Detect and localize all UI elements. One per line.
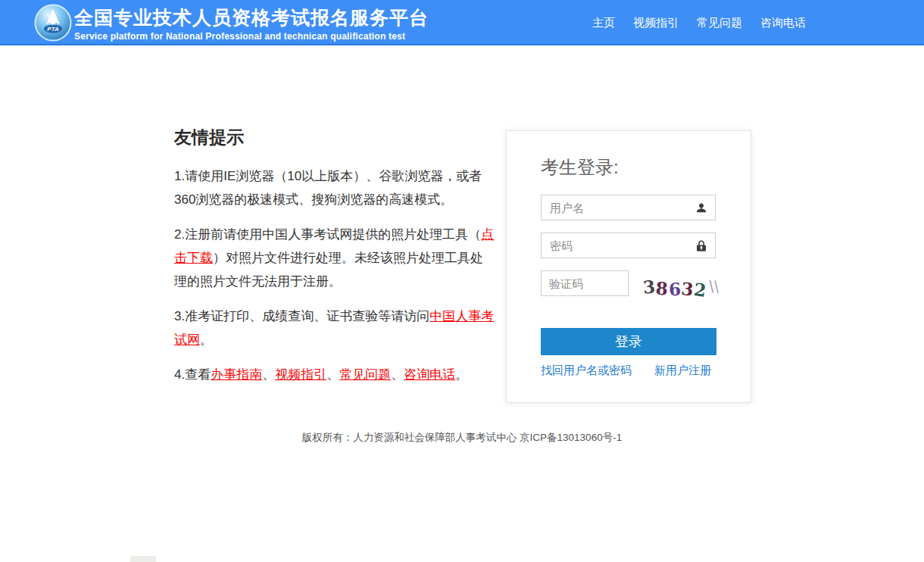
phone-link[interactable]: 咨询电话 [404,367,455,382]
site-subtitle: Service platform for National Profession… [74,31,429,42]
nav-phone-link[interactable]: 咨询电话 [760,16,806,30]
tip3-text-b: 。 [200,333,213,347]
tip4-sep-3: 、 [391,367,404,382]
captcha-digit: 8 [655,277,670,298]
tip2-text-b: ）对照片文件进行处理。未经该照片处理工具处理的照片文件无法用于注册。 [174,251,483,289]
pta-logo-icon: PTA [34,4,72,42]
password-field-wrap [541,233,716,258]
captcha-noise-strokes: \\ [708,277,720,296]
notice-tip-4: 4.查看办事指南、视频指引、常见问题、咨询电话。 [174,363,495,386]
nav-video-guide-link[interactable]: 视频指引 [633,16,679,30]
faq-link[interactable]: 常见问题 [339,367,391,382]
username-field-wrap [541,195,716,220]
tip4-sep-2: 、 [326,367,339,382]
captcha-digit: 2 [692,278,708,300]
notice-tip-2: 2.注册前请使用中国人事考试网提供的照片处理工具（点击下载）对照片文件进行处理。… [174,223,495,293]
new-user-register-link[interactable]: 新用户注册 [654,364,711,378]
notice-tip-1: 1.请使用IE浏览器（10以上版本）、谷歌浏览器，或者360浏览器的极速模式、搜… [174,164,495,211]
tip3-text-a: 3.准考证打印、成绩查询、证书查验等请访问 [174,309,429,323]
site-title: 全国专业技术人员资格考试报名服务平台 [74,6,429,29]
lock-icon [695,239,708,253]
video-guide-link[interactable]: 视频指引 [275,367,326,382]
login-button[interactable]: 登录 [541,328,716,355]
notice-tip-3: 3.准考证打印、成绩查询、证书查验等请访问中国人事考试网。 [174,304,495,351]
captcha-digit: 3 [642,276,657,297]
user-icon [695,201,708,215]
service-guide-link[interactable]: 办事指南 [211,367,262,382]
forgot-credentials-link[interactable]: 找回用户名或密码 [541,364,632,378]
tip1-text: 1.请使用IE浏览器（10以上版本）、谷歌浏览器，或者360浏览器的极速模式、搜… [174,169,482,207]
copyright-footer: 版权所有：人力资源和社会保障部人事考试中心 京ICP备13013060号-1 [0,431,924,445]
username-input[interactable] [542,195,715,220]
tip4-text-b: 。 [455,367,468,382]
tip4-sep-1: 、 [262,367,275,382]
friendly-notice: 友情提示 1.请使用IE浏览器（10以上版本）、谷歌浏览器，或者360浏览器的极… [174,126,495,398]
captcha-input[interactable] [542,271,628,295]
tip4-text-a: 4.查看 [174,367,211,382]
svg-text:PTA: PTA [47,26,59,33]
notice-heading: 友情提示 [174,126,495,149]
candidate-login-panel: 考生登录: 3 8 6 3 2 \\ 登录 找回用户名或密码 新用户注册 [506,130,751,403]
captcha-field-wrap [541,270,629,296]
login-title: 考生登录: [541,155,716,180]
header-nav: 主页 视频指引 常见问题 咨询电话 [592,0,806,45]
tip2-text-a: 2.注册前请使用中国人事考试网提供的照片处理工具（ [174,227,481,242]
cutoff-element-artifact [130,556,156,562]
nav-home-link[interactable]: 主页 [592,16,615,30]
app-header: PTA 全国专业技术人员资格考试报名服务平台 Service platform … [0,0,924,45]
nav-faq-link[interactable]: 常见问题 [697,16,742,30]
captcha-image[interactable]: 3 8 6 3 2 \\ [641,272,720,301]
captcha-row: 3 8 6 3 2 \\ [541,270,716,301]
login-helper-links: 找回用户名或密码 新用户注册 [541,364,716,378]
password-input[interactable] [542,233,715,258]
